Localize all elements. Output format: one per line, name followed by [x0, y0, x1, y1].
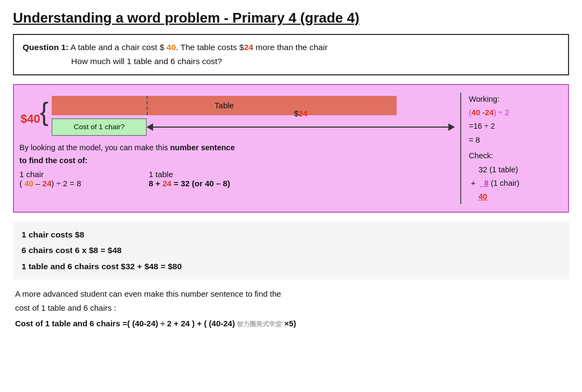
advanced-text2: cost of 1 table and 6 chairs :: [15, 301, 567, 315]
check-line2b: (1 chair): [491, 179, 519, 187]
advanced-formula-text: Cost of 1 table and 6 chairs =( (40-24) …: [15, 319, 235, 328]
diagram-text: By looking at the model, you can make th…: [19, 141, 455, 167]
check-label: Check:: [469, 149, 563, 163]
working-label: Working:: [469, 93, 563, 106]
working-line2: =16 ÷ 2: [469, 120, 563, 133]
col-right-head: 1 table: [149, 170, 230, 179]
question-label: Question 1:: [23, 43, 68, 52]
question-text-part2: . The table costs $: [176, 43, 244, 52]
formula-end: ) ÷ 2 = 8: [51, 179, 81, 188]
col-left-formula: ( 40 – 24) ÷ 2 = 8: [19, 179, 127, 188]
two-col: 1 chair ( 40 – 24) ÷ 2 = 8 1 table 8 + 2…: [19, 170, 455, 188]
bar-diagram: $40 { Table Cost of 1 chair? $: [52, 96, 455, 136]
answer-line1: 1 chair costs $8: [22, 227, 560, 242]
below-text1: By looking at the model, you can make th…: [19, 143, 170, 152]
advanced-text1: A more advanced student can even make th…: [15, 287, 567, 301]
watermark: 智力圈美式学堂: [235, 320, 282, 328]
page-title: Understanding a word problem - Primary 4…: [13, 10, 569, 26]
arrow-line: $24: [147, 118, 455, 136]
formula-40: 40: [24, 179, 33, 188]
working-val2: 24: [485, 108, 494, 117]
answer-section: 1 chair costs $8 6 chairs cost 6 x $8 = …: [13, 221, 569, 279]
formula-open: (: [19, 179, 24, 188]
pink-section: $40 { Table Cost of 1 chair? $: [13, 84, 569, 213]
arrow-shaft: [153, 127, 448, 128]
advanced-formula-end: ×5): [282, 319, 296, 328]
arrow-head-left-icon: [147, 123, 153, 131]
arrow-head-right-icon: [448, 123, 455, 131]
check-plus: +: [471, 179, 475, 187]
question-line2: How much will 1 table and 6 chairs cost?: [71, 57, 222, 66]
answer-line2: 6 chairs cost 6 x $8 = $48: [22, 242, 560, 258]
working-area: Working: (40 -24) ÷ 2 =16 ÷ 2 = 8 Check:…: [460, 93, 563, 204]
check-line2: + _8 (1 chair): [469, 177, 563, 190]
col-right: 1 table 8 + 24 = 32 (or 40 – 8): [149, 170, 230, 188]
check-answer: 40: [469, 190, 563, 204]
col-right-formula: 8 + 24 = 32 (or 40 – 8): [149, 179, 230, 188]
question-box: Question 1: A table and a chair cost $ 4…: [13, 34, 569, 75]
col-left: 1 chair ( 40 – 24) ÷ 2 = 8: [19, 170, 127, 188]
brace-icon: {: [40, 99, 48, 125]
chair-bar: Cost of 1 chair?: [52, 118, 147, 136]
below-bold1: number sentence: [170, 143, 235, 152]
col-left-head: 1 chair: [19, 170, 127, 179]
check-val1: 32 (1 table): [479, 165, 518, 174]
working-line3: = 8: [469, 134, 563, 147]
check-underline: _8: [478, 179, 489, 187]
check-line1: 32 (1 table): [469, 163, 563, 177]
dollar-label: $40: [20, 112, 40, 126]
advanced-formula: Cost of 1 table and 6 chairs =( (40-24) …: [15, 317, 567, 331]
question-text-part1: A table and a chair cost $: [68, 43, 167, 52]
advanced-section: A more advanced student can even make th…: [13, 287, 569, 331]
diagram-area: $40 { Table Cost of 1 chair? $: [19, 93, 460, 204]
formula-minus: –: [33, 179, 43, 188]
working-sep: -: [480, 108, 485, 117]
table-bar-label: Table: [214, 101, 234, 110]
question-text-part3: more than the chair: [253, 43, 328, 52]
working-line1: (40 -24) ÷ 2: [469, 106, 563, 120]
arrow-val: 24: [299, 109, 308, 118]
chair-row: Cost of 1 chair? $24: [52, 118, 455, 136]
question-val2: 24: [244, 43, 253, 52]
working-val1: 40: [472, 108, 480, 117]
arrow-label: $24: [294, 109, 307, 118]
question-val1: 40: [167, 43, 176, 52]
formula-24: 24: [43, 179, 52, 188]
below-bold2: to find the cost of:: [19, 156, 87, 165]
answer-line3: 1 table and 6 chairs cost $32 + $48 = $8…: [22, 258, 560, 274]
formula-right-24: 24: [162, 179, 171, 188]
chair-bar-label: Cost of 1 chair?: [74, 123, 125, 131]
table-bar: Table: [52, 96, 397, 115]
